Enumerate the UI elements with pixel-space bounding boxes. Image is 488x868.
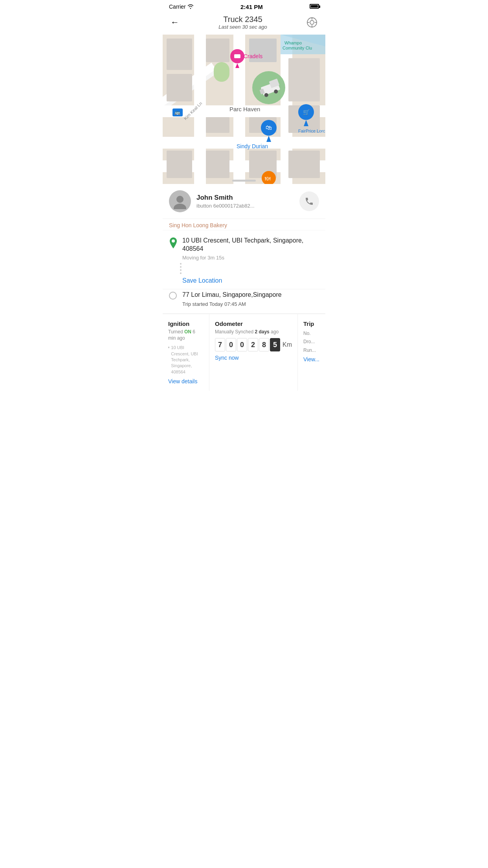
status-time: 2:41 PM	[240, 4, 263, 10]
phone-icon	[305, 197, 314, 206]
svg-point-63	[174, 204, 186, 209]
location-pin-icon	[169, 237, 178, 250]
digit-2: 0	[237, 338, 247, 351]
km-label: Km	[283, 341, 292, 348]
svg-point-62	[176, 196, 183, 203]
svg-rect-21	[206, 117, 229, 133]
digit-4: 8	[259, 338, 269, 351]
trip-items: No. Dro... Run...	[303, 329, 320, 355]
svg-text:Whampo: Whampo	[284, 40, 302, 45]
current-location-text: 10 UBI Crescent, UBI Techpark, Singapore…	[182, 237, 319, 253]
odometer-subtitle: Manually Synched 2 days ago	[215, 329, 292, 335]
svg-rect-16	[167, 39, 192, 70]
svg-rect-23	[167, 151, 192, 178]
back-button[interactable]: ←	[169, 16, 181, 29]
origin-address: 77 Lor Limau, Singapore,Singapore	[182, 291, 319, 299]
digit-3: 2	[248, 338, 258, 351]
ignition-address: 10 UBI Crescent, UBI Techpark, Singapore…	[168, 345, 204, 375]
origin-location-text: 77 Lor Limau, Singapore,Singapore	[182, 291, 319, 299]
svg-rect-28	[214, 62, 229, 82]
trip-title: Trip	[303, 320, 320, 327]
ignition-stat: Ignition Turned ON 6 min ago 10 UBI Cres…	[163, 314, 209, 391]
nav-header: ← Truck 2345 Last seen 30 sec ago	[163, 12, 325, 35]
call-button[interactable]	[299, 191, 319, 211]
current-address: 10 UBI Crescent, UBI Techpark, Singapore…	[182, 237, 319, 253]
status-bar: Carrier 2:41 PM	[163, 0, 325, 12]
odometer-title: Odometer	[215, 320, 292, 327]
origin-circle-icon	[169, 292, 177, 300]
content-panel: John Smith ibutton 6e0000172ab82... Sing…	[163, 184, 325, 391]
svg-text:🍽: 🍽	[265, 175, 270, 182]
view-trip-link[interactable]: View...	[303, 356, 320, 362]
svg-point-1	[310, 20, 314, 24]
sync-now-link[interactable]: Sync now	[215, 355, 292, 361]
svg-rect-27	[288, 151, 320, 178]
svg-text:🛍: 🛍	[266, 124, 272, 131]
odometer-stat: Odometer Manually Synched 2 days ago 7 0…	[209, 314, 298, 391]
svg-text:FairPrice Lorc: FairPrice Lorc	[298, 129, 325, 133]
small-pin-icon	[168, 345, 169, 350]
ignition-title: Ignition	[168, 320, 204, 327]
svg-text:🛒: 🛒	[303, 109, 310, 116]
svg-text:Cradels: Cradels	[244, 53, 262, 59]
digit-1: 0	[226, 338, 236, 351]
svg-text:Community Clu: Community Clu	[283, 46, 312, 50]
avatar-icon	[172, 193, 188, 209]
svg-text:Parc Haven: Parc Haven	[229, 106, 260, 112]
stats-row: Ignition Turned ON 6 min ago 10 UBI Cres…	[163, 314, 325, 391]
svg-text:🚌: 🚌	[174, 109, 180, 115]
last-seen-subtitle: Last seen 30 sec ago	[181, 24, 305, 30]
battery-indicator	[310, 3, 319, 10]
map-svg: Whampo Community Clu Kim Keat Ln Cradels	[163, 35, 325, 184]
svg-text:Sindy Durian: Sindy Durian	[237, 143, 268, 149]
pin-icon	[169, 237, 178, 248]
carrier-label: Carrier	[169, 4, 194, 10]
svg-rect-20	[288, 58, 320, 101]
page-title: Truck 2345	[181, 15, 305, 24]
trip-started-info: Trip started Today 07:45 AM	[169, 301, 319, 307]
driver-name: John Smith	[196, 194, 299, 202]
nav-center: Truck 2345 Last seen 30 sec ago	[181, 15, 305, 30]
digit-0: 7	[215, 338, 225, 351]
driver-card: John Smith ibutton 6e0000172ab82...	[163, 184, 325, 219]
drag-handle[interactable]	[232, 180, 256, 182]
current-location-section: 10 UBI Crescent, UBI Techpark, Singapore…	[163, 230, 325, 289]
ignition-subtitle: Turned ON 6 min ago	[168, 329, 204, 342]
settings-button[interactable]	[305, 15, 319, 29]
svg-point-64	[172, 239, 175, 243]
svg-rect-24	[206, 151, 229, 178]
origin-location-section: 77 Lor Limau, Singapore,Singapore Trip s…	[163, 289, 325, 314]
view-details-link[interactable]: View details	[168, 378, 204, 384]
svg-rect-18	[206, 39, 229, 62]
moving-duration: Moving for 3m 15s	[169, 255, 319, 261]
driver-info: John Smith ibutton 6e0000172ab82...	[196, 194, 299, 209]
driver-avatar	[169, 190, 191, 212]
trip-stat: Trip No. Dro... Run... View...	[298, 314, 325, 391]
save-location-button[interactable]: Save Location	[169, 277, 319, 284]
bakery-partial-text: Sing Hon Loong Bakery	[163, 219, 325, 230]
odometer-digits: 7 0 0 2 8 5 Km	[215, 338, 292, 351]
settings-icon	[306, 17, 317, 28]
digit-5: 5	[270, 338, 280, 351]
map-view[interactable]: Whampo Community Clu Kim Keat Ln Cradels	[163, 35, 325, 184]
svg-rect-17	[167, 74, 192, 101]
wifi-icon	[187, 4, 194, 9]
driver-ibutton: ibutton 6e0000172ab82...	[196, 203, 299, 209]
